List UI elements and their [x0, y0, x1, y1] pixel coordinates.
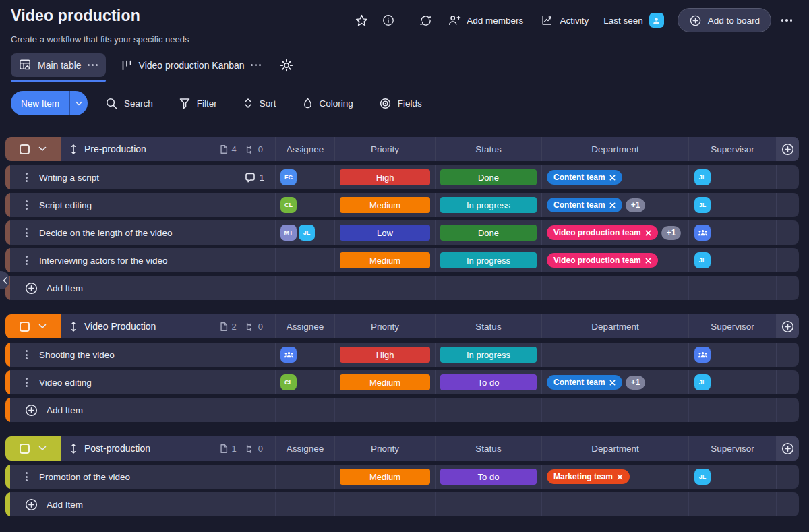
- coloring-button[interactable]: Coloring: [294, 92, 361, 115]
- department-cell[interactable]: Content team: [541, 165, 688, 189]
- chevron-down-icon[interactable]: [38, 446, 47, 451]
- row-menu-icon[interactable]: [26, 378, 28, 387]
- avatar[interactable]: JL: [694, 169, 711, 185]
- column-header-supervisor[interactable]: Supervisor: [688, 314, 776, 338]
- assignee-cell[interactable]: [275, 248, 334, 272]
- new-item-button[interactable]: New Item: [11, 91, 88, 115]
- department-extra-count[interactable]: +1: [626, 376, 646, 390]
- status-pill[interactable]: In progress: [440, 252, 537, 268]
- priority-cell[interactable]: Medium: [334, 248, 435, 272]
- add-column-button[interactable]: [776, 314, 799, 338]
- tab-main-table[interactable]: Main table: [11, 53, 106, 77]
- status-cell[interactable]: In progress: [435, 193, 541, 217]
- new-item-label[interactable]: New Item: [11, 91, 69, 115]
- priority-cell[interactable]: Low: [334, 220, 435, 245]
- search-button[interactable]: Search: [97, 92, 161, 115]
- department-cell[interactable]: Content team +1: [541, 370, 688, 394]
- priority-cell[interactable]: Medium: [334, 193, 435, 217]
- avatar[interactable]: JL: [694, 469, 711, 485]
- remove-tag-icon[interactable]: [609, 202, 616, 208]
- department-tag[interactable]: Video production team: [547, 253, 658, 268]
- item-name[interactable]: Script editing: [39, 200, 92, 210]
- item-name[interactable]: Decide on the length of the video: [39, 228, 172, 238]
- remove-tag-icon[interactable]: [609, 380, 616, 386]
- group-checkbox[interactable]: [20, 322, 30, 332]
- supervisor-cell[interactable]: JL: [688, 193, 776, 217]
- assignee-cell[interactable]: [275, 465, 334, 489]
- item-name[interactable]: Promotion of the video: [39, 472, 130, 482]
- group-color-block[interactable]: [5, 314, 61, 338]
- remove-tag-icon[interactable]: [645, 230, 651, 236]
- row-menu-icon[interactable]: [26, 256, 28, 265]
- department-cell[interactable]: Video production team +1: [541, 220, 688, 245]
- row-menu-icon[interactable]: [26, 228, 28, 237]
- status-pill[interactable]: Done: [440, 225, 537, 241]
- group-name[interactable]: Post-production: [84, 443, 150, 454]
- department-tag[interactable]: Content team: [547, 198, 622, 212]
- column-header-assignee[interactable]: Assignee: [275, 137, 334, 161]
- department-cell[interactable]: Video production team: [541, 248, 688, 272]
- column-header-priority[interactable]: Priority: [334, 314, 435, 338]
- status-cell[interactable]: To do: [435, 370, 541, 394]
- remove-tag-icon[interactable]: [617, 474, 623, 480]
- team-avatar[interactable]: [694, 347, 711, 363]
- drag-handle-icon[interactable]: [69, 443, 78, 454]
- tab-menu-icon[interactable]: [88, 64, 98, 66]
- priority-cell[interactable]: High: [334, 165, 435, 189]
- department-tag[interactable]: Content team: [547, 375, 622, 390]
- board-menu-icon[interactable]: [775, 9, 798, 32]
- status-cell[interactable]: To do: [435, 465, 541, 489]
- priority-pill[interactable]: Medium: [340, 469, 430, 485]
- fields-button[interactable]: Fields: [371, 92, 430, 115]
- activity-button[interactable]: Activity: [534, 9, 595, 32]
- status-pill[interactable]: To do: [440, 469, 537, 485]
- add-to-board-button[interactable]: Add to board: [678, 8, 771, 32]
- sort-button[interactable]: Sort: [235, 92, 284, 115]
- column-header-department[interactable]: Department: [541, 137, 688, 161]
- avatar[interactable]: MT: [280, 225, 297, 241]
- column-header-status[interactable]: Status: [435, 137, 541, 161]
- chevron-down-icon[interactable]: [38, 146, 47, 152]
- supervisor-cell[interactable]: [688, 220, 776, 245]
- chevron-down-icon[interactable]: [38, 324, 47, 329]
- add-column-button[interactable]: [776, 436, 799, 461]
- item-name[interactable]: Interviewing actors for the video: [39, 256, 168, 266]
- add-item-row[interactable]: Add Item: [5, 398, 799, 422]
- assignee-cell[interactable]: FC: [275, 165, 334, 189]
- status-pill[interactable]: In progress: [440, 197, 537, 213]
- priority-pill[interactable]: High: [340, 347, 430, 363]
- supervisor-cell[interactable]: JL: [688, 370, 776, 394]
- department-cell[interactable]: [541, 343, 688, 367]
- status-cell[interactable]: In progress: [435, 248, 541, 272]
- add-item-row[interactable]: Add Item: [5, 276, 799, 300]
- department-extra-count[interactable]: +1: [661, 226, 682, 240]
- row-menu-icon[interactable]: [26, 472, 28, 481]
- row-menu-icon[interactable]: [26, 173, 28, 182]
- status-cell[interactable]: In progress: [435, 343, 541, 367]
- group-color-block[interactable]: [5, 436, 61, 461]
- column-header-department[interactable]: Department: [541, 436, 688, 461]
- column-header-supervisor[interactable]: Supervisor: [688, 436, 776, 461]
- priority-cell[interactable]: High: [334, 343, 435, 367]
- column-header-status[interactable]: Status: [435, 436, 541, 461]
- avatar[interactable]: JL: [299, 225, 315, 241]
- add-members-button[interactable]: Add members: [441, 9, 530, 32]
- group-name[interactable]: Video Production: [84, 321, 156, 332]
- tab-kanban[interactable]: Video production Kanban: [113, 53, 269, 77]
- row-menu-icon[interactable]: [26, 350, 28, 359]
- department-tag[interactable]: Video production team: [547, 225, 658, 240]
- assignee-cell[interactable]: [275, 343, 334, 367]
- avatar[interactable]: JL: [694, 374, 711, 390]
- item-name[interactable]: Writing a script: [39, 173, 99, 183]
- assignee-cell[interactable]: CL: [275, 370, 334, 394]
- column-header-priority[interactable]: Priority: [334, 436, 435, 461]
- remove-tag-icon[interactable]: [609, 175, 616, 181]
- priority-pill[interactable]: Medium: [340, 197, 430, 213]
- info-icon[interactable]: [377, 9, 400, 32]
- avatar[interactable]: CL: [280, 374, 297, 390]
- department-tag[interactable]: Content team: [547, 170, 622, 185]
- item-name[interactable]: Video editing: [39, 378, 92, 388]
- group-checkbox[interactable]: [20, 444, 30, 454]
- status-cell[interactable]: Done: [435, 220, 541, 245]
- row-menu-icon[interactable]: [26, 200, 28, 210]
